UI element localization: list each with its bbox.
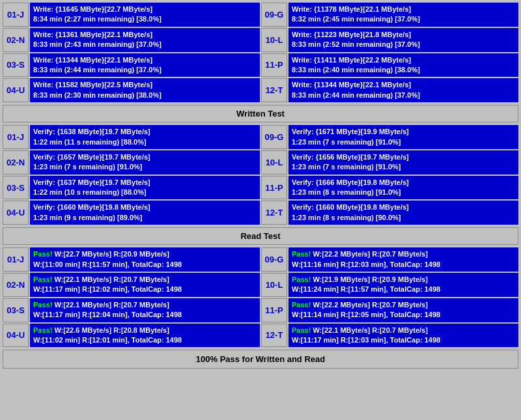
cell-left: Pass! W:[22.6 MByte/s] R:[20.8 MByte/s]W…	[30, 324, 260, 348]
cell-left: Verify: {1660 MByte}[19.8 MByte/s]1:23 m…	[30, 201, 260, 225]
cell-left: Verify: {1657 MByte}[19.7 MByte/s]1:23 m…	[30, 150, 260, 175]
pass-section: 01-JPass! W:[22.7 MByte/s] R:[20.9 MByte…	[3, 247, 518, 347]
cell-line2: W:[11:14 min] R:[12:05 min], TotalCap: 1…	[292, 310, 515, 320]
row-id-left: 04-U	[3, 201, 29, 225]
cell-line2: 8:32 min (2:45 min remaining) [37.0%]	[292, 14, 515, 24]
cell-line1: Verify: {1660 MByte}[19.8 MByte/s]	[33, 203, 257, 212]
cell-right: Pass! W:[22.1 MByte/s] R:[20.7 MByte/s]W…	[289, 324, 518, 348]
cell-line1: Pass! W:[22.1 MByte/s] R:[20.7 MByte/s]	[33, 300, 257, 310]
cell-line1: Pass! W:[22.1 MByte/s] R:[20.7 MByte/s]	[292, 326, 515, 335]
table-row: 04-UWrite: {11582 MByte}[22.5 MByte/s]8:…	[3, 78, 518, 102]
cell-left: Write: {11645 MByte}[22.7 MByte/s]8:34 m…	[30, 3, 260, 27]
cell-line2: 1:23 min (9 s remaining) [89.0%]	[33, 213, 257, 223]
cell-line2: 8:33 min (2:44 min remaining) [37.0%]	[33, 65, 257, 75]
cell-line2: 1:23 min (7 s remaining) [91.0%]	[292, 137, 515, 147]
row-id-right: 12-T	[261, 324, 287, 348]
cell-line2: W:[11:16 min] R:[12:03 min], TotalCap: 1…	[292, 260, 515, 270]
row-id-left: 01-J	[3, 125, 29, 149]
cell-right: Pass! W:[22.2 MByte/s] R:[20.7 MByte/s]W…	[289, 247, 518, 272]
row-id-left: 02-N	[3, 28, 29, 52]
table-row: 02-NVerify: {1657 MByte}[19.7 MByte/s]1:…	[3, 150, 518, 175]
row-id-right: 10-L	[261, 28, 287, 52]
cell-line1: Pass! W:[22.6 MByte/s] R:[20.8 MByte/s]	[33, 326, 257, 335]
cell-right: Write: {11411 MByte}[22.2 MByte/s]8:33 m…	[289, 53, 518, 77]
cell-line1: Pass! W:[21.9 MByte/s] R:[20.9 MByte/s]	[292, 275, 515, 285]
cell-line2: 1:22 min (11 s remaining) [88.0%]	[33, 137, 257, 147]
cell-line2: W:[11:00 min] R:[11:57 min], TotalCap: 1…	[33, 260, 257, 270]
written-test-divider: Written Test	[3, 105, 518, 122]
cell-left: Pass! W:[22.7 MByte/s] R:[20.9 MByte/s]W…	[30, 247, 260, 272]
cell-right: Pass! W:[21.9 MByte/s] R:[20.9 MByte/s]W…	[289, 273, 518, 297]
row-id-left: 03-S	[3, 53, 29, 77]
read-test-label: Read Test	[240, 231, 280, 241]
cell-line2: W:[11:02 min] R:[12:01 min], TotalCap: 1…	[33, 335, 257, 345]
row-id-left: 04-U	[3, 78, 29, 102]
cell-line2: 8:33 min (2:52 min remaining) [37.0%]	[292, 40, 515, 49]
row-id-right: 09-G	[261, 3, 287, 27]
table-row: 04-UVerify: {1660 MByte}[19.8 MByte/s]1:…	[3, 201, 518, 225]
cell-line2: 8:34 min (2:27 min remaining) [38.0%]	[33, 14, 257, 24]
cell-line1: Write: {11344 MByte}[22.1 MByte/s]	[33, 55, 257, 65]
cell-line2: 8:33 min (2:40 min remaining) [38.0%]	[292, 65, 515, 75]
cell-line2: 1:22 min (10 s remaining) [88.0%]	[33, 188, 257, 197]
cell-line2: 8:33 min (2:30 min remaining) [38.0%]	[33, 91, 257, 100]
cell-right: Verify: {1671 MByte}[19.9 MByte/s]1:23 m…	[289, 125, 518, 149]
row-id-left: 03-S	[3, 176, 29, 200]
row-id-right: 11-P	[261, 53, 287, 77]
row-id-right: 10-L	[261, 150, 287, 175]
row-id-right: 09-G	[261, 125, 287, 149]
verify-section: 01-JVerify: {1638 MByte}[19.7 MByte/s]1:…	[3, 125, 518, 225]
cell-right: Pass! W:[22.2 MByte/s] R:[20.7 MByte/s]W…	[289, 298, 518, 322]
table-row: 01-JVerify: {1638 MByte}[19.7 MByte/s]1:…	[3, 125, 518, 149]
cell-line1: Write: {11378 MByte}[22.1 MByte/s]	[292, 5, 515, 14]
cell-left: Write: {11344 MByte}[22.1 MByte/s]8:33 m…	[30, 53, 260, 77]
write-section: 01-JWrite: {11645 MByte}[22.7 MByte/s]8:…	[3, 3, 518, 102]
row-id-left: 03-S	[3, 298, 29, 322]
cell-line1: Write: {11411 MByte}[22.2 MByte/s]	[292, 55, 515, 65]
cell-right: Verify: {1666 MByte}[19.8 MByte/s]1:23 m…	[289, 176, 518, 200]
cell-line1: Write: {11361 MByte}[22.1 MByte/s]	[33, 30, 257, 40]
cell-line1: Pass! W:[22.2 MByte/s] R:[20.7 MByte/s]	[292, 249, 515, 259]
cell-left: Pass! W:[22.1 MByte/s] R:[20.7 MByte/s]W…	[30, 273, 260, 297]
cell-line1: Pass! W:[22.7 MByte/s] R:[20.9 MByte/s]	[33, 249, 257, 259]
main-container: 01-JWrite: {11645 MByte}[22.7 MByte/s]8:…	[0, 0, 521, 371]
cell-line1: Write: {11582 MByte}[22.5 MByte/s]	[33, 80, 257, 90]
table-row: 03-SWrite: {11344 MByte}[22.1 MByte/s]8:…	[3, 53, 518, 77]
row-id-right: 11-P	[261, 298, 287, 322]
table-row: 03-SVerify: {1637 MByte}[19.7 MByte/s]1:…	[3, 176, 518, 200]
cell-line2: W:[11:24 min] R:[11:57 min], TotalCap: 1…	[292, 285, 515, 294]
table-row: 03-SPass! W:[22.1 MByte/s] R:[20.7 MByte…	[3, 298, 518, 322]
cell-left: Pass! W:[22.1 MByte/s] R:[20.7 MByte/s]W…	[30, 298, 260, 322]
cell-line1: Write: {11223 MByte}[21.8 MByte/s]	[292, 30, 515, 40]
table-row: 01-JWrite: {11645 MByte}[22.7 MByte/s]8:…	[3, 3, 518, 27]
table-row: 01-JPass! W:[22.7 MByte/s] R:[20.9 MByte…	[3, 247, 518, 272]
cell-line1: Verify: {1657 MByte}[19.7 MByte/s]	[33, 152, 257, 162]
cell-left: Write: {11582 MByte}[22.5 MByte/s]8:33 m…	[30, 78, 260, 102]
table-row: 04-UPass! W:[22.6 MByte/s] R:[20.8 MByte…	[3, 324, 518, 348]
table-row: 02-NWrite: {11361 MByte}[22.1 MByte/s]8:…	[3, 28, 518, 52]
cell-left: Verify: {1637 MByte}[19.7 MByte/s]1:22 m…	[30, 176, 260, 200]
cell-line2: 1:23 min (8 s remaining) [91.0%]	[292, 188, 515, 197]
cell-line1: Verify: {1660 MByte}[19.8 MByte/s]	[292, 203, 515, 212]
row-id-right: 09-G	[261, 247, 287, 272]
table-row: 02-NPass! W:[22.1 MByte/s] R:[20.7 MByte…	[3, 273, 518, 297]
cell-right: Write: {11223 MByte}[21.8 MByte/s]8:33 m…	[289, 28, 518, 52]
read-test-divider: Read Test	[3, 227, 518, 245]
status-bar: 100% Pass for Written and Read	[3, 350, 518, 369]
cell-right: Verify: {1660 MByte}[19.8 MByte/s]1:23 m…	[289, 201, 518, 225]
cell-line1: Verify: {1671 MByte}[19.9 MByte/s]	[292, 127, 515, 137]
status-label: 100% Pass for Written and Read	[196, 354, 325, 364]
row-id-right: 10-L	[261, 273, 287, 297]
cell-line1: Verify: {1656 MByte}[19.7 MByte/s]	[292, 152, 515, 162]
row-id-right: 12-T	[261, 78, 287, 102]
written-test-label: Written Test	[236, 109, 285, 119]
cell-line2: 8:33 min (2:43 min remaining) [37.0%]	[33, 40, 257, 49]
cell-line1: Verify: {1637 MByte}[19.7 MByte/s]	[33, 178, 257, 188]
cell-left: Verify: {1638 MByte}[19.7 MByte/s]1:22 m…	[30, 125, 260, 149]
row-id-right: 12-T	[261, 201, 287, 225]
cell-line2: W:[11:17 min] R:[12:02 min], TotalCap: 1…	[33, 285, 257, 294]
cell-line1: Verify: {1638 MByte}[19.7 MByte/s]	[33, 127, 257, 137]
cell-line2: 1:23 min (8 s remaining) [90.0%]	[292, 213, 515, 223]
cell-line2: W:[11:17 min] R:[12:03 min], TotalCap: 1…	[292, 335, 515, 345]
row-id-left: 02-N	[3, 273, 29, 297]
